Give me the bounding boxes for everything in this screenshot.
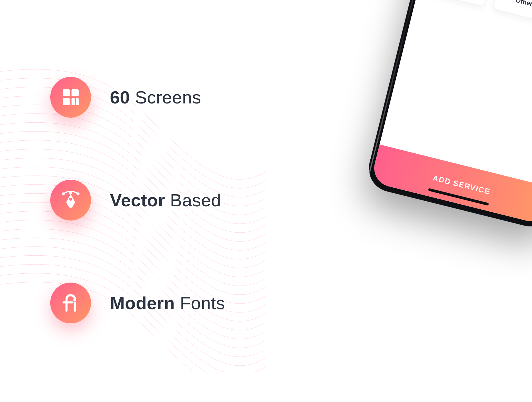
svg-rect-2 [63,98,70,105]
feature-light: Fonts [180,293,225,313]
ligature-icon [50,283,91,323]
pen-tool-icon [50,180,91,221]
feature-light: Screens [135,87,201,107]
svg-point-8 [69,198,72,201]
feature-label: 60 Screens [110,87,201,108]
svg-point-10 [73,299,76,302]
feature-bold: Modern [110,293,175,313]
feature-label: Modern Fonts [110,293,225,313]
svg-rect-9 [70,194,71,198]
svg-rect-0 [63,89,70,96]
category-label: Other [515,0,532,8]
feature-list: 60 Screens Vector Based [50,77,225,323]
svg-rect-3 [72,98,75,105]
phone-screen: Wax [370,0,532,225]
phone-frame: Wax [364,0,532,231]
feature-bold: 60 [110,87,130,107]
feature-light: Based [170,190,221,210]
phone-mockup: Wax [364,0,532,231]
feature-item-vector: Vector Based [50,180,225,221]
svg-rect-1 [72,89,79,96]
grid-icon [50,77,91,118]
svg-rect-4 [76,98,79,105]
feature-label: Vector Based [110,190,221,210]
feature-item-screens: 60 Screens [50,77,225,118]
feature-bold: Vector [110,190,165,210]
feature-item-fonts: Modern Fonts [50,283,225,323]
